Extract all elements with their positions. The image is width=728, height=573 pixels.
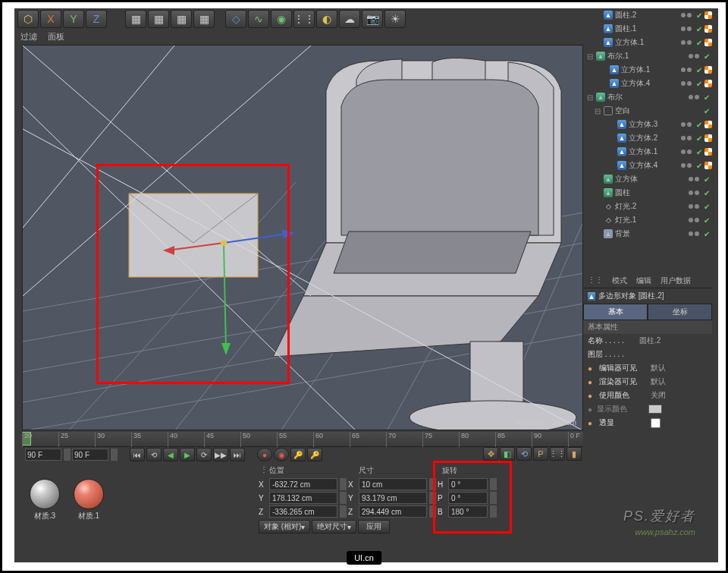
texture-tag-icon[interactable]: [704, 162, 712, 169]
array-icon[interactable]: ⋮⋮: [293, 10, 315, 28]
goto-end-button[interactable]: ⏭: [230, 448, 245, 461]
prev-key-button[interactable]: ⟲: [146, 448, 162, 461]
tree-row[interactable]: ◇灯光.1✔: [583, 213, 712, 227]
size-y-field[interactable]: 93.179 cm: [359, 492, 427, 504]
tab-basic[interactable]: 基本: [583, 304, 648, 320]
menu-filter[interactable]: 过滤: [20, 31, 37, 43]
move-icon[interactable]: ✥: [483, 447, 498, 461]
name-value[interactable]: 圆柱.2: [639, 335, 661, 346]
usecolor-value[interactable]: 关闭: [651, 390, 666, 401]
spline-icon[interactable]: ∿: [248, 10, 269, 28]
texture-tag-icon[interactable]: [704, 134, 712, 142]
attr-edit[interactable]: 编辑: [636, 275, 651, 286]
texture-tag-icon[interactable]: [704, 80, 712, 87]
texture-tag-icon[interactable]: [704, 11, 712, 19]
autokey-button[interactable]: ◉: [274, 448, 289, 461]
size-x-field[interactable]: 10 cm: [359, 478, 427, 490]
next-key-button[interactable]: ⟳: [196, 448, 212, 461]
pos-z-field[interactable]: -336.265 cm: [269, 505, 337, 518]
attr-userdata[interactable]: 用户数据: [661, 275, 691, 286]
object-label: 立方体.3: [629, 119, 681, 130]
spinner[interactable]: [339, 505, 347, 518]
param-icon[interactable]: P: [533, 447, 548, 461]
tree-row[interactable]: ▲立方体.1✔: [583, 36, 712, 49]
texture-tag-icon[interactable]: [704, 121, 712, 128]
frame-end-field[interactable]: [72, 449, 108, 461]
tool-icon[interactable]: ⬡: [17, 10, 39, 28]
timeline-ruler[interactable]: 2025303540455055606570758085900 F: [22, 432, 583, 447]
xray-checkbox[interactable]: [651, 418, 661, 428]
object-label: 立方体.2: [629, 133, 681, 143]
axis-x-icon[interactable]: X: [40, 10, 61, 28]
goto-start-button[interactable]: ⏮: [130, 448, 145, 461]
camera-icon[interactable]: 📷: [362, 10, 383, 28]
rendvis-value[interactable]: 默认: [651, 376, 666, 387]
tool-icon[interactable]: ▦: [193, 10, 215, 28]
viewport[interactable]: 网格间距 : 100 cm: [22, 45, 583, 430]
menu-panel[interactable]: 面板: [48, 31, 64, 43]
tree-row[interactable]: ▲圆柱✔: [583, 186, 712, 200]
key-icon[interactable]: 🔑: [290, 448, 306, 461]
tool-icon[interactable]: ▦: [171, 10, 192, 28]
cube-icon[interactable]: ◇: [225, 10, 246, 28]
ruler-tick: 70: [386, 432, 396, 447]
tree-row[interactable]: ▲圆柱.1✔: [583, 22, 712, 36]
rotate-icon[interactable]: ⟲: [516, 447, 532, 461]
object-icon: ▲: [617, 120, 626, 129]
size-z-field[interactable]: 294.449 cm: [359, 505, 427, 518]
apply-button[interactable]: 应用: [358, 520, 390, 534]
spinner[interactable]: [339, 478, 347, 490]
tree-row[interactable]: ▲立方体.3✔: [583, 118, 712, 131]
axis-z-icon[interactable]: Z: [86, 10, 107, 28]
tree-row[interactable]: ▲圆柱.2✔: [583, 8, 712, 22]
pos-mode-combo[interactable]: 对象 (相对) ▾: [259, 520, 310, 534]
object-label: 立方体.4: [629, 160, 681, 171]
ruler-tick: 35: [131, 432, 141, 447]
next-frame-button[interactable]: ▶▶: [213, 448, 228, 461]
axis-y-icon[interactable]: Y: [63, 10, 84, 28]
tree-row[interactable]: ⊟▲布尔✔: [583, 90, 712, 104]
tree-row[interactable]: ▲背景✔: [583, 227, 712, 241]
play-back-button[interactable]: ◀: [163, 448, 178, 461]
deformer-icon[interactable]: ◐: [316, 10, 337, 28]
tool-icon[interactable]: ▦: [125, 10, 146, 28]
tree-row[interactable]: ▲立方体.2✔: [583, 131, 712, 145]
tree-row[interactable]: ▲立方体.1✔: [583, 63, 712, 77]
tab-coord[interactable]: 坐标: [648, 304, 712, 320]
texture-tag-icon[interactable]: [704, 25, 712, 33]
spinner[interactable]: [339, 492, 347, 504]
record-button[interactable]: ●: [257, 448, 272, 461]
editvis-value[interactable]: 默认: [651, 363, 666, 373]
play-button[interactable]: ▶: [180, 448, 195, 461]
key-icon[interactable]: 🔑: [307, 448, 322, 461]
frame-start-field[interactable]: [25, 449, 61, 461]
light-icon[interactable]: ☀: [384, 10, 406, 28]
pos-y-field[interactable]: 178.132 cm: [269, 492, 337, 504]
pos-x-field[interactable]: -632.72 cm: [269, 478, 337, 490]
material-item[interactable]: 材质.3: [30, 479, 60, 521]
attr-mode[interactable]: 模式: [612, 275, 627, 286]
tree-row[interactable]: ⊟▲布尔.1✔: [583, 49, 712, 63]
texture-tag-icon[interactable]: [704, 39, 712, 46]
tool-icon[interactable]: ▦: [148, 10, 169, 28]
dots-icon[interactable]: ⋮⋮: [550, 447, 565, 461]
tree-row[interactable]: ▲立方体✔: [583, 172, 712, 186]
scale-icon[interactable]: ◧: [500, 447, 515, 461]
film-icon[interactable]: ▮: [566, 447, 582, 461]
material-item[interactable]: 材质.1: [74, 479, 104, 521]
tree-row[interactable]: ▲立方体.4✔: [583, 159, 712, 172]
nurbs-icon[interactable]: ◉: [271, 10, 292, 28]
tree-row[interactable]: ▲立方体.1✔: [583, 145, 712, 159]
spinner[interactable]: [63, 449, 71, 461]
texture-tag-icon[interactable]: [704, 148, 712, 156]
spinner[interactable]: [110, 449, 118, 461]
object-tree[interactable]: ▲圆柱.2✔▲圆柱.1✔▲立方体.1✔⊟▲布尔.1✔▲立方体.1✔▲立方体.4✔…: [583, 8, 712, 274]
tree-row[interactable]: ▲立方体.4✔: [583, 77, 712, 90]
size-mode-combo[interactable]: 绝对尺寸 ▾: [312, 520, 356, 534]
env-icon[interactable]: ☁: [339, 10, 360, 28]
texture-tag-icon[interactable]: [704, 66, 712, 74]
object-icon: ◇: [604, 216, 613, 225]
color-swatch[interactable]: [648, 405, 662, 414]
tree-row[interactable]: ⊟空白✔: [583, 104, 712, 118]
tree-row[interactable]: ◇灯光.2✔: [583, 200, 712, 213]
